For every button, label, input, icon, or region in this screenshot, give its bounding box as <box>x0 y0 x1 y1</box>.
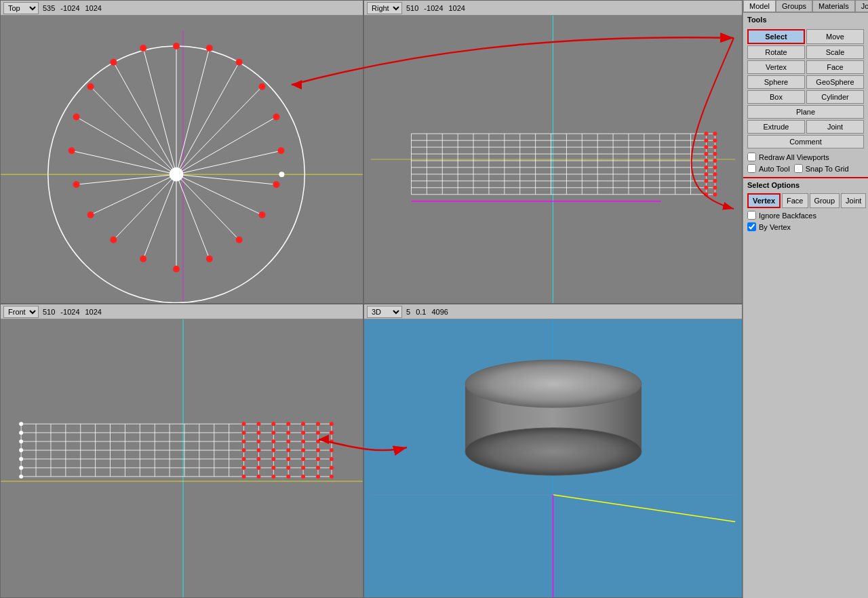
redraw-label: Redraw All Viewports <box>759 153 829 161</box>
svg-point-195 <box>465 428 642 475</box>
geosphere-button[interactable]: GeoSphere <box>806 75 864 89</box>
vp-top-left-x: 535 <box>41 4 56 12</box>
ignore-backfaces-checkbox[interactable] <box>747 211 756 220</box>
plane-button[interactable]: Plane <box>747 105 864 119</box>
snap-label: Snap To Grid <box>806 165 849 173</box>
tab-materials[interactable]: Materials <box>812 0 855 12</box>
svg-point-32 <box>236 237 243 243</box>
svg-point-172 <box>316 466 320 470</box>
sel-face-button[interactable]: Face <box>782 193 808 208</box>
rotate-button[interactable]: Rotate <box>747 45 805 59</box>
svg-point-146 <box>242 439 246 443</box>
select-options-label: Select Options <box>743 177 868 192</box>
svg-point-84 <box>704 159 708 163</box>
svg-point-162 <box>271 457 275 461</box>
svg-point-171 <box>301 466 305 470</box>
extrude-button[interactable]: Extrude <box>747 120 805 134</box>
svg-point-46 <box>173 171 180 178</box>
svg-line-6 <box>176 62 239 174</box>
autotool-row: Auto Tool Snap To Grid <box>743 163 868 174</box>
sel-group-button[interactable]: Group <box>810 193 840 208</box>
svg-point-27 <box>259 83 266 90</box>
svg-point-163 <box>286 457 290 461</box>
svg-point-187 <box>19 475 23 479</box>
vp-top-left-view-select[interactable]: TopFrontRight3D <box>3 2 39 14</box>
svg-point-138 <box>330 422 334 426</box>
svg-point-154 <box>256 448 260 452</box>
svg-point-33 <box>206 256 213 262</box>
tools-label: Tools <box>743 13 868 26</box>
svg-point-160 <box>242 457 246 461</box>
vp-bot-right-view-select[interactable]: 3DTopFrontRight <box>367 306 402 318</box>
svg-point-158 <box>316 448 320 452</box>
panel-tabs: Model Groups Materials Joints <box>743 0 868 13</box>
svg-line-18 <box>77 174 176 184</box>
svg-point-29 <box>277 147 284 154</box>
viewport-top-left[interactable]: TopFrontRight3D 535 -1024 1024 <box>0 0 363 304</box>
face-button[interactable]: Face <box>806 60 864 74</box>
scale-button[interactable]: Scale <box>806 45 864 59</box>
autotool-checkbox[interactable] <box>747 164 756 173</box>
svg-line-9 <box>176 151 281 174</box>
sel-joint-button[interactable]: Joint <box>841 193 866 208</box>
svg-point-39 <box>68 147 75 154</box>
vp-top-right-header: RightTopFront3D 510 -1024 1024 <box>364 1 742 16</box>
svg-line-8 <box>176 117 276 175</box>
move-button[interactable]: Move <box>806 29 864 44</box>
autotool-label: Auto Tool <box>759 165 790 173</box>
box-button[interactable]: Box <box>747 90 805 104</box>
svg-point-90 <box>713 132 717 136</box>
svg-point-44 <box>279 172 284 177</box>
vp-bot-right-content <box>364 319 742 597</box>
svg-point-99 <box>713 193 717 197</box>
svg-point-98 <box>713 186 717 190</box>
svg-line-11 <box>176 174 262 215</box>
redraw-checkbox[interactable] <box>747 153 756 161</box>
tab-model[interactable]: Model <box>743 0 776 12</box>
viewport-top-right[interactable]: RightTopFront3D 510 -1024 1024 <box>363 0 743 304</box>
svg-point-136 <box>301 422 305 426</box>
vp-top-left-header: TopFrontRight3D 535 -1024 1024 <box>1 1 363 16</box>
svg-point-28 <box>273 114 279 121</box>
tab-groups[interactable]: Groups <box>776 0 812 12</box>
svg-point-96 <box>713 172 717 176</box>
cylinder-button[interactable]: Cylinder <box>806 90 864 104</box>
right-view-svg <box>364 16 742 303</box>
svg-point-41 <box>87 83 94 90</box>
svg-point-82 <box>704 145 708 149</box>
comment-button[interactable]: Comment <box>747 135 864 148</box>
select-button[interactable]: Select <box>747 29 805 44</box>
viewport-bot-left[interactable]: FrontTopRight3D 510 -1024 1024 <box>0 304 363 598</box>
svg-point-149 <box>286 439 290 443</box>
svg-point-183 <box>19 439 23 443</box>
svg-point-185 <box>19 457 23 461</box>
vp-top-right-view-select[interactable]: RightTopFront3D <box>367 2 402 14</box>
vp-bot-left-view-select[interactable]: FrontTopRight3D <box>3 306 39 318</box>
svg-point-137 <box>316 422 320 426</box>
svg-point-34 <box>173 266 180 273</box>
joint-button[interactable]: Joint <box>806 120 864 134</box>
vp-top-left-content <box>1 16 363 303</box>
vertex-button[interactable]: Vertex <box>747 60 805 74</box>
tab-joints[interactable]: Joints <box>855 0 868 12</box>
svg-point-95 <box>713 165 717 170</box>
vp-bot-right-z: 4096 <box>430 308 449 316</box>
viewport-bot-right[interactable]: 3DTopFrontRight 5 0.1 4096 <box>363 304 743 598</box>
svg-point-31 <box>259 212 266 218</box>
svg-point-30 <box>273 181 279 188</box>
svg-point-145 <box>330 431 334 435</box>
svg-point-85 <box>704 165 708 170</box>
sel-vertex-button[interactable]: Vertex <box>747 193 781 208</box>
redraw-row: Redraw All Viewports <box>743 151 868 163</box>
vp-top-left-y: -1024 <box>59 4 81 12</box>
snap-checkbox[interactable] <box>794 164 803 173</box>
svg-point-155 <box>271 448 275 452</box>
svg-point-164 <box>301 457 305 461</box>
svg-point-132 <box>242 422 246 426</box>
svg-point-35 <box>140 256 146 262</box>
svg-line-7 <box>176 87 262 175</box>
svg-point-87 <box>704 179 708 183</box>
sphere-button[interactable]: Sphere <box>747 75 805 89</box>
svg-point-26 <box>236 59 243 66</box>
by-vertex-checkbox[interactable] <box>747 222 756 231</box>
